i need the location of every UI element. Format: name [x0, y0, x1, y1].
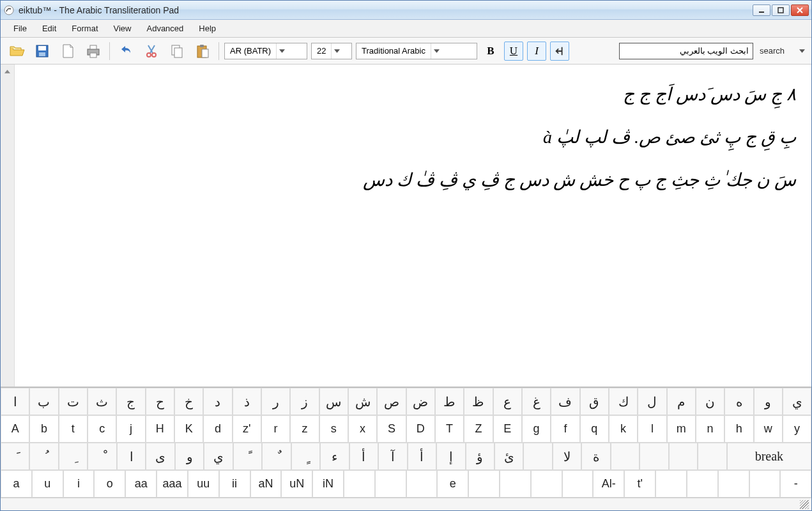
keyboard-key[interactable]: ى	[146, 443, 174, 470]
keyboard-key[interactable]: ِ	[59, 443, 88, 470]
keyboard-key[interactable]: س	[319, 388, 348, 415]
keyboard-key[interactable]: ز	[290, 388, 319, 415]
toolbar-overflow-button[interactable]	[797, 47, 806, 56]
keyboard-key[interactable]: ً	[233, 443, 262, 470]
keyboard-key[interactable]	[687, 470, 718, 498]
keyboard-key[interactable]: i	[63, 470, 95, 498]
keyboard-key[interactable]: uN	[281, 470, 312, 498]
keyboard-key[interactable]: لا	[553, 443, 581, 470]
menu-help[interactable]: Help	[191, 21, 224, 36]
keyboard-key[interactable]: ا	[117, 443, 146, 470]
keyboard-key[interactable]: Al-	[593, 470, 624, 498]
keyboard-key[interactable]: ٌ	[262, 443, 291, 470]
keyboard-key[interactable]: t	[59, 415, 88, 443]
keyboard-key[interactable]: w	[754, 415, 783, 443]
keyboard-key[interactable]: َ	[1, 443, 29, 470]
keyboard-key[interactable]: ُ	[29, 443, 58, 470]
keyboard-key[interactable]: aa	[125, 470, 157, 498]
keyboard-key[interactable]: o	[94, 470, 125, 498]
keyboard-key[interactable]: ع	[493, 388, 522, 415]
keyboard-key[interactable]: Z	[464, 415, 493, 443]
editor-content[interactable]: ٨ جِ سَ دس َدس اَج ج ج بِ قِ ج پِ ثئ صئ …	[1, 65, 811, 215]
keyboard-key[interactable]: iN	[312, 470, 344, 498]
keyboard-key[interactable]: ش	[348, 388, 377, 415]
open-button[interactable]	[6, 40, 27, 62]
keyboard-key[interactable]: ف	[551, 388, 579, 415]
keyboard-key[interactable]: ؤ	[466, 443, 494, 470]
keyboard-key[interactable]	[640, 443, 668, 470]
keyboard-key[interactable]	[406, 470, 438, 498]
keyboard-key[interactable]: E	[493, 415, 522, 443]
keyboard-key[interactable]: د	[203, 388, 232, 415]
keyboard-key[interactable]: و	[754, 388, 783, 415]
rtl-button[interactable]	[550, 42, 569, 61]
keyboard-key[interactable]: m	[667, 415, 696, 443]
editor-area[interactable]: ٨ جِ سَ دس َدس اَج ج ج بِ قِ ج پِ ثئ صئ …	[1, 65, 811, 387]
keyboard-key[interactable]: -	[780, 470, 811, 498]
keyboard-key[interactable]	[749, 470, 781, 498]
keyboard-key[interactable]: ط	[435, 388, 464, 415]
keyboard-key[interactable]: z'	[233, 415, 261, 443]
keyboard-key[interactable]: e	[437, 470, 468, 498]
keyboard-key[interactable]: u	[32, 470, 63, 498]
keyboard-key[interactable]	[500, 470, 531, 498]
underline-button[interactable]: U	[504, 42, 523, 61]
keyboard-key[interactable]: ح	[146, 388, 174, 415]
keyboard-key[interactable]: break	[727, 443, 811, 470]
keyboard-key[interactable]: H	[146, 415, 174, 443]
keyboard-key[interactable]: l	[638, 415, 666, 443]
keyboard-key[interactable]: ث	[88, 388, 116, 415]
search-input[interactable]	[619, 43, 753, 59]
copy-button[interactable]	[166, 40, 188, 62]
keyboard-key[interactable]: t'	[624, 470, 655, 498]
keyboard-key[interactable]: uu	[188, 470, 219, 498]
keyboard-key[interactable]: aaa	[157, 470, 188, 498]
keyboard-key[interactable]: و	[175, 443, 204, 470]
keyboard-key[interactable]: g	[522, 415, 551, 443]
keyboard-key[interactable]	[562, 470, 594, 498]
search-button[interactable]: search	[760, 46, 785, 56]
keyboard-key[interactable]: ي	[204, 443, 233, 470]
keyboard-key[interactable]: خ	[174, 388, 203, 415]
font-name-select[interactable]: Traditional Arabic	[356, 43, 477, 59]
keyboard-key[interactable]: ي	[783, 388, 811, 415]
keyboard-key[interactable]: ك	[609, 388, 638, 415]
keyboard-key[interactable]: ب	[29, 388, 58, 415]
keyboard-key[interactable]: b	[29, 415, 58, 443]
keyboard-key[interactable]: S	[377, 415, 406, 443]
keyboard-key[interactable]	[375, 470, 406, 498]
keyboard-key[interactable]: z	[290, 415, 319, 443]
keyboard-key[interactable]: x	[348, 415, 377, 443]
keyboard-key[interactable]: h	[724, 415, 753, 443]
editor-scrollbar[interactable]	[1, 65, 15, 386]
keyboard-key[interactable]: n	[696, 415, 724, 443]
keyboard-key[interactable]: j	[116, 415, 145, 443]
keyboard-key[interactable]: ض	[406, 388, 435, 415]
keyboard-key[interactable]: d	[203, 415, 232, 443]
menu-file[interactable]: File	[6, 21, 34, 36]
minimize-button[interactable]	[753, 4, 770, 16]
keyboard-key[interactable]	[669, 443, 698, 470]
keyboard-key[interactable]: ٍ	[291, 443, 320, 470]
transliteration-system-select[interactable]: AR (BATR)	[224, 43, 307, 59]
keyboard-key[interactable]: ر	[261, 388, 290, 415]
keyboard-key[interactable]: K	[174, 415, 203, 443]
scroll-up-icon[interactable]	[2, 66, 13, 77]
keyboard-key[interactable]: ن	[696, 388, 724, 415]
keyboard-key[interactable]	[655, 470, 687, 498]
keyboard-key[interactable]: aN	[250, 470, 282, 498]
menu-view[interactable]: View	[106, 21, 139, 36]
keyboard-key[interactable]: إ	[436, 443, 465, 470]
keyboard-key[interactable]: أ	[408, 443, 436, 470]
keyboard-key[interactable]: c	[88, 415, 116, 443]
keyboard-key[interactable]: ء	[320, 443, 349, 470]
bold-button[interactable]: B	[481, 42, 500, 61]
keyboard-key[interactable]: غ	[522, 388, 551, 415]
keyboard-key[interactable]	[523, 443, 552, 470]
keyboard-key[interactable]: A	[1, 415, 29, 443]
keyboard-key[interactable]: s	[319, 415, 348, 443]
font-size-select[interactable]: 22	[311, 43, 352, 59]
close-button[interactable]	[791, 4, 809, 16]
menu-edit[interactable]: Edit	[34, 21, 64, 36]
keyboard-key[interactable]: f	[551, 415, 579, 443]
